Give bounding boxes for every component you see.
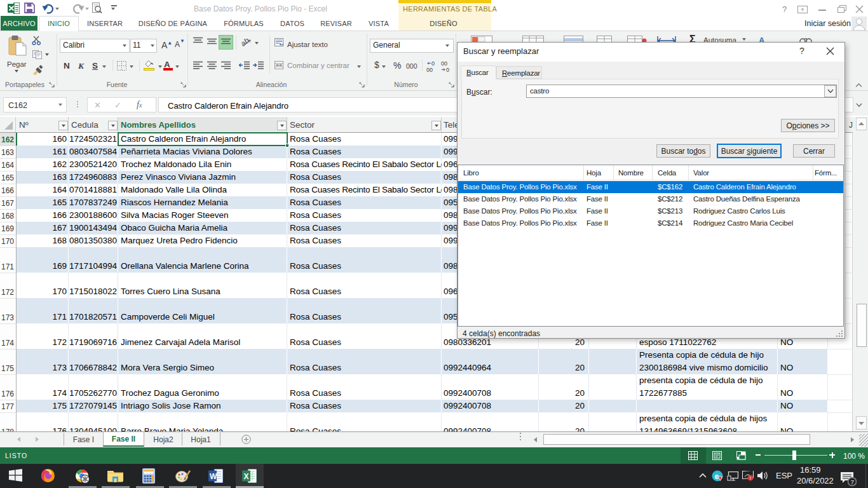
svg-text:W: W — [210, 472, 217, 481]
svg-text:!: ! — [750, 475, 751, 481]
svg-text:e: e — [715, 472, 719, 481]
svg-text:7: 7 — [851, 478, 854, 485]
